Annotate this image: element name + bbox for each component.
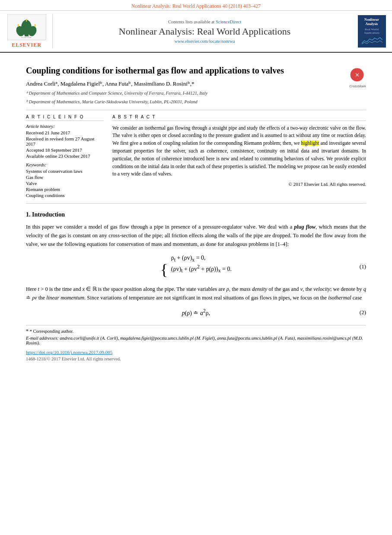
nonlinear-analysis-logo: NonlinearAnalysis Real WorldApplications	[358, 15, 386, 48]
elsevier-logo-image: ELSEVIER	[7, 14, 46, 40]
main-content: ✕ CrossMark Coupling conditions for isot…	[0, 53, 392, 366]
svg-rect-5	[18, 24, 19, 27]
svg-rect-6	[35, 24, 35, 27]
email-footnote: E-mail addresses: andrea.corli@unife.it …	[26, 336, 366, 345]
history-label: Article history:	[26, 124, 104, 129]
revised-date: Received in revised form 27 August 2017	[26, 136, 104, 146]
intro-text-p1: In this paper we consider a model of gas…	[26, 224, 294, 230]
eq-row-2: (ρv)t + (ρv2 + p(ρ))x = 0.	[171, 264, 232, 274]
doi-section: https://doi.org/10.1016/j.nonrwa.2017.09…	[26, 350, 366, 355]
article-info-header: A R T I C L E I N F O	[26, 115, 104, 121]
abstract-text-part2: and investigate several important proper…	[112, 140, 366, 176]
keyword-5: Coupling conditions	[26, 193, 104, 198]
plug-flow-italic: plug flow	[294, 224, 316, 230]
eq-1-number: (1)	[360, 263, 366, 270]
svg-text:✕: ✕	[355, 72, 360, 78]
equation-1-content: { ρt + (ρv)x = 0, (ρv)t + (ρv2 + p(ρ))x …	[160, 255, 232, 279]
intro-paragraph: In this paper we consider a model of gas…	[26, 223, 366, 248]
intro-section-title: 1. Introduction	[26, 211, 366, 218]
affiliation-b: ᵇ Department of Mathematics, Maria Curie…	[26, 99, 366, 105]
body-after-eq1: Here t > 0 is the time and x ∈ ℝ is the …	[26, 285, 366, 302]
doi-link[interactable]: https://doi.org/10.1016/j.nonrwa.2017.09…	[26, 350, 112, 355]
crossmark-badge: ✕ CrossMark	[349, 67, 366, 88]
keywords-label: Keywords:	[26, 162, 104, 167]
journal-title-section: Contents lists available at ScienceDirec…	[57, 14, 352, 48]
footnote-section: * * Corresponding author. E-mail address…	[26, 325, 366, 345]
accepted-date: Accepted 18 September 2017	[26, 147, 104, 153]
contents-availability: Contents lists available at ScienceDirec…	[168, 19, 241, 24]
abstract-text: We consider an isothermal gas flowing th…	[112, 124, 366, 178]
divider-1	[26, 110, 366, 110]
keyword-2: Gas flow	[26, 175, 104, 180]
keyword-4: Riemann problem	[26, 187, 104, 192]
paper-title: Coupling conditions for isothermal gas f…	[26, 65, 366, 76]
available-date: Available online 23 October 2017	[26, 153, 104, 159]
keyword-1: Systems of conservation laws	[26, 169, 104, 174]
authors-line: Andrea Corliᵃ, Magdalena Figielᵇ, Anna F…	[26, 80, 366, 87]
sciencedirect-link[interactable]: ScienceDirect	[216, 19, 241, 24]
affiliation-a: ᵃ Department of Mathematics and Computer…	[26, 90, 366, 97]
eq-system: ρt + (ρv)x = 0, (ρv)t + (ρv2 + p(ρ))x = …	[171, 255, 232, 276]
eq-brace: {	[160, 261, 168, 278]
svg-rect-7	[26, 19, 27, 22]
journal-url: www.elsevier.com/locate/nonrwa	[175, 39, 235, 44]
body-after-eq1-text: Here t > 0 is the time and x ∈ ℝ is the …	[26, 286, 366, 301]
journal-reference-bar: Nonlinear Analysis: Real World Applicati…	[0, 0, 392, 11]
equation-2-content: p(ρ) ≐ a2ρ,	[182, 308, 210, 317]
corresponding-author-note: * * Corresponding author.	[26, 328, 366, 334]
received-date: Received 21 June 2017	[26, 130, 104, 135]
equation-1-block: { ρt + (ρv)x = 0, (ρv)t + (ρv2 + p(ρ))x …	[26, 255, 366, 279]
keyword-3: Valve	[26, 181, 104, 186]
journal-header: ELSEVIER ELSEVIER Contents lists availab…	[0, 11, 392, 53]
abstract-col: A B S T R A C T We consider an isotherma…	[112, 115, 366, 199]
elsevier-brand-name: ELSEVIER	[12, 42, 41, 48]
journal-title: Nonlinear Analysis: Real World Applicati…	[119, 26, 290, 37]
elsevier-logo-section: ELSEVIER ELSEVIER	[5, 14, 53, 48]
journal-reference-text: Nonlinear Analysis: Real World Applicati…	[131, 3, 261, 9]
eq-2-number: (2)	[360, 309, 366, 316]
abstract-copyright: © 2017 Elsevier Ltd. All rights reserved…	[112, 182, 366, 187]
issn-line: 1468-1218/© 2017 Elsevier Ltd. All right…	[26, 357, 366, 361]
eq-row-1: ρt + (ρv)x = 0,	[171, 255, 232, 263]
journal-logo-right: NonlinearAnalysis Real WorldApplications	[357, 14, 387, 48]
equation-2-block: p(ρ) ≐ a2ρ, (2)	[26, 308, 366, 317]
abstract-header: A B S T R A C T	[112, 115, 366, 121]
title-row: ✕ CrossMark Coupling conditions for isot…	[26, 65, 366, 76]
abstract-highlight: highlight	[301, 140, 319, 146]
article-info-col: A R T I C L E I N F O Article history: R…	[26, 115, 104, 199]
svg-text:ELSEVIER: ELSEVIER	[21, 36, 32, 38]
divider-2	[26, 203, 366, 204]
article-info-abstract: A R T I C L E I N F O Article history: R…	[26, 115, 366, 199]
